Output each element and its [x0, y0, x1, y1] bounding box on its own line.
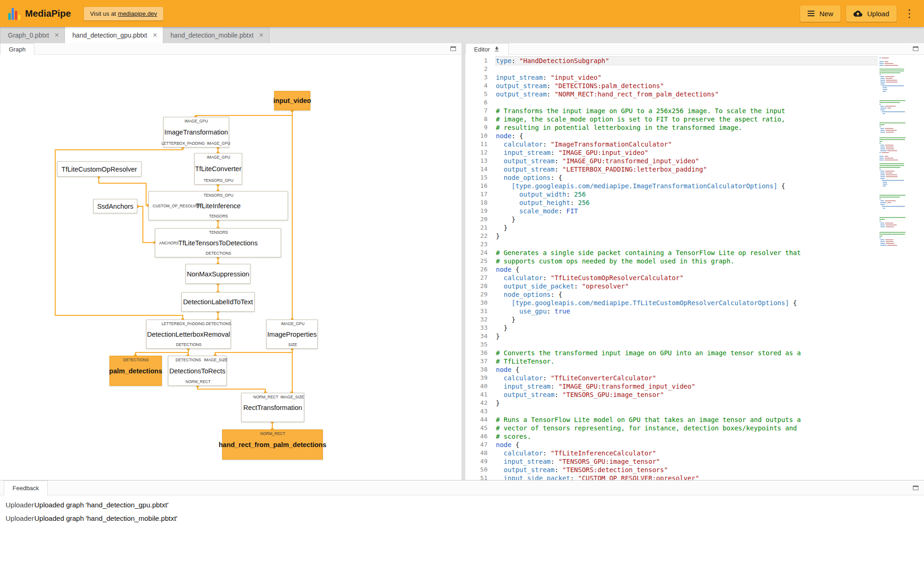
minimap[interactable]	[878, 55, 924, 480]
code-line[interactable]: output_height: 256	[496, 198, 878, 207]
graph-node-palm_detections[interactable]: DETECTIONSpalm_detections	[109, 356, 162, 386]
line-number: 7	[465, 107, 488, 115]
code-editor[interactable]: 1234567891011121314151617181920212223242…	[465, 55, 924, 480]
code-line[interactable]: output_side_packet: "opresolver"	[496, 282, 878, 290]
code-line[interactable]: # Converts the transformed input image o…	[496, 349, 878, 357]
code-line[interactable]: output_stream: "DETECTIONS:palm_detectio…	[496, 82, 878, 90]
graph-node-RectTransformation[interactable]: NORM_RECTIMAGE_SIZERectTransformation	[241, 393, 304, 422]
graph-node-DetectionsToRects[interactable]: DETECTIONSIMAGE_SIZENORM_RECTDetectionsT…	[168, 356, 227, 386]
graph-node-TfLiteConverter[interactable]: IMAGE_GPUTENSORS_GPUTfLiteConverter	[194, 153, 242, 185]
code-line[interactable]: # Runs a TensorFlow Lite model on GPU th…	[496, 416, 878, 424]
editor-panel-header: Editor	[465, 43, 924, 55]
code-line[interactable]: # scores.	[496, 432, 878, 441]
download-icon[interactable]	[494, 46, 500, 52]
graph-canvas[interactable]: input_videoIMAGE_GPULETTERBOX_PADDINGIMA…	[0, 55, 462, 480]
graph-node-TfLiteInference[interactable]: TENSORS_GPUTENSORSCUSTOM_OP_RESOLVERTfLi…	[148, 191, 288, 220]
code-line[interactable]	[496, 240, 878, 249]
code-line[interactable]: node {	[496, 265, 878, 274]
tab-close-icon[interactable]: ×	[259, 31, 263, 39]
popout-icon[interactable]	[913, 46, 918, 51]
code-line[interactable]: output_stream: "LETTERBOX_PADDING:letter…	[496, 165, 878, 173]
file-tab-1[interactable]: hand_detection_gpu.pbtxt×	[65, 27, 163, 43]
graph-node-ImageProperties[interactable]: IMAGE_GPUSIZEImageProperties	[266, 320, 318, 349]
code-line[interactable]: output_stream: "IMAGE_GPU:transformed_in…	[496, 157, 878, 165]
code-line[interactable]: # Transforms the input image on GPU to a…	[496, 107, 878, 115]
minimap-line	[878, 236, 924, 237]
kebab-menu-icon[interactable]: ⋮	[902, 8, 917, 19]
code-line[interactable]: output_stream: "TENSORS_GPU:image_tensor…	[496, 390, 878, 399]
graph-node-SsdAnchors[interactable]: SsdAnchors	[93, 199, 137, 213]
line-number: 43	[465, 407, 488, 416]
code-line[interactable]: calculator: "TfLiteCustomOpResolverCalcu…	[496, 274, 878, 282]
code-line[interactable]: # Generates a single side packet contain…	[496, 249, 878, 257]
graph-node-input_video[interactable]: input_video	[274, 91, 310, 110]
code-line[interactable]: node {	[496, 441, 878, 449]
code-line[interactable]: input_stream: "IMAGE_GPU:transformed_inp…	[496, 382, 878, 390]
minimap-mark	[882, 111, 905, 112]
file-tab-0[interactable]: Graph_0.pbtxt×	[0, 27, 65, 43]
code-line[interactable]: }	[496, 332, 878, 340]
code-line[interactable]: output_stream: "TENSORS:detection_tensor…	[496, 466, 878, 474]
code-content[interactable]: type: "HandDetectionSubgraph"input_strea…	[488, 55, 878, 480]
code-line[interactable]: output_stream: "NORM_RECT:hand_rect_from…	[496, 90, 878, 98]
graph-node-hand_rect_from_palm_detections[interactable]: NORM_RECThand_rect_from_palm_detections	[222, 429, 323, 460]
graph-node-NonMaxSuppression[interactable]: NonMaxSuppression	[186, 264, 250, 284]
port-label: DETECTIONS	[123, 358, 149, 362]
code-line[interactable]: calculator: "ImageTransformationCalculat…	[496, 140, 878, 148]
new-button[interactable]: New	[800, 6, 841, 22]
code-line[interactable]: scale_mode: FIT	[496, 207, 878, 215]
minimap-mark	[879, 197, 900, 198]
minimap-mark	[879, 152, 881, 153]
file-tab-2[interactable]: hand_detection_mobile.pbtxt×	[163, 27, 270, 43]
code-line[interactable]: # resulting in potential letterboxing in…	[496, 123, 878, 132]
code-line[interactable]: [type.googleapis.com/mediapipe.ImageTran…	[496, 182, 878, 190]
code-line[interactable]: input_side_packet: "CUSTOM_OP_RESOLVER:o…	[496, 474, 878, 480]
code-line[interactable]: calculator: "TfLiteInferenceCalculator"	[496, 449, 878, 457]
code-line[interactable]	[496, 65, 878, 73]
tab-close-icon[interactable]: ×	[55, 31, 59, 39]
upload-button-label: Upload	[867, 10, 889, 18]
popout-icon[interactable]	[450, 46, 456, 51]
code-line[interactable]: input_stream: "TENSORS_GPU:image_tensor"	[496, 457, 878, 466]
feedback-tab[interactable]: Feedback	[4, 480, 48, 495]
minimap-mark	[885, 158, 893, 159]
code-line[interactable]: }	[496, 232, 878, 240]
code-line[interactable]: }	[496, 215, 878, 224]
code-line[interactable]: input_stream: "input_video"	[496, 73, 878, 82]
tab-close-icon[interactable]: ×	[153, 31, 157, 39]
visit-chip[interactable]: Visit us at mediapipe.dev	[84, 7, 163, 20]
code-line[interactable]: output_width: 256	[496, 190, 878, 198]
code-line[interactable]: node_options: {	[496, 290, 878, 299]
code-line[interactable]: # TfLiteTensor.	[496, 357, 878, 365]
code-line[interactable]: # vector of tensors representing, for in…	[496, 424, 878, 432]
minimap-line	[878, 130, 924, 131]
popout-icon[interactable]	[913, 486, 918, 490]
code-line[interactable]: use_gpu: true	[496, 307, 878, 315]
upload-button[interactable]: Upload	[846, 6, 897, 22]
code-line[interactable]	[496, 340, 878, 349]
code-line[interactable]: }	[496, 399, 878, 407]
visit-link[interactable]: mediapipe.dev	[118, 10, 157, 17]
graph-node-DetectionLabelIdToText[interactable]: DetectionLabelIdToText	[181, 292, 255, 312]
code-line[interactable]: }	[496, 324, 878, 332]
code-line[interactable]: }	[496, 224, 878, 232]
code-line[interactable]: type: "HandDetectionSubgraph"	[496, 57, 878, 65]
graph-tab[interactable]: Graph	[0, 43, 34, 55]
code-line[interactable]: node {	[496, 365, 878, 374]
code-line[interactable]: input_stream: "IMAGE_GPU:input_video"	[496, 148, 878, 157]
code-line[interactable]: node: {	[496, 132, 878, 140]
minimap-line	[878, 156, 924, 157]
editor-tab[interactable]: Editor	[465, 43, 509, 55]
code-line[interactable]: # supports custom ops needed by the mode…	[496, 257, 878, 265]
code-line[interactable]: calculator: "TfLiteConverterCalculator"	[496, 374, 878, 382]
code-line[interactable]: node_options: {	[496, 173, 878, 182]
code-line[interactable]: }	[496, 315, 878, 324]
graph-node-ImageTransformation[interactable]: IMAGE_GPULETTERBOX_PADDINGIMAGE_GPUImage…	[163, 117, 229, 147]
code-line[interactable]	[496, 407, 878, 416]
code-line[interactable]: # image, the scale_mode option is set to…	[496, 115, 878, 123]
code-line[interactable]: [type.googleapis.com/mediapipe.TfLiteCus…	[496, 299, 878, 307]
code-line[interactable]	[496, 98, 878, 107]
graph-node-TfLiteTensorsToDetections[interactable]: TENSORSDETECTIONSANCHORSTfLiteTensorsToD…	[155, 228, 281, 257]
graph-node-TfLiteCustomOpResolver[interactable]: TfLiteCustomOpResolver	[57, 161, 141, 177]
graph-node-DetectionLetterboxRemoval[interactable]: LETTERBOX_PADDINGDETECTIONSDETECTIONSDet…	[146, 320, 231, 349]
